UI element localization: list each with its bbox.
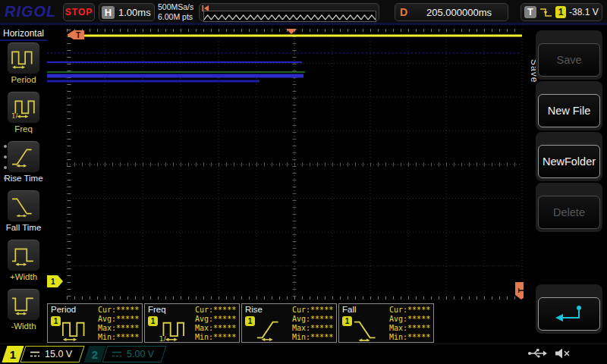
measure-item-freq[interactable]: Freq [0,91,47,133]
waveform-position-preview[interactable] [199,3,379,21]
freq-icon [11,97,36,118]
menu-scroll-dots [4,145,7,180]
new-folder-button[interactable]: NewFolder [538,145,600,178]
horizontal-timebase-box[interactable]: H 1.00ms [99,3,155,21]
measurement-box-freq[interactable]: Freq 1 Cur:*****Avg:*****Max:*****Min:**… [144,303,240,343]
horizontal-badge: H [102,6,115,19]
trigger-source-badge: 1 [555,6,566,18]
trigger-badge: T [524,6,536,18]
measurement-results-strip: Period 1 Cur:*****Avg:*****Max:*****Min:… [47,303,434,343]
measure-item-fall-time[interactable]: Fall Time [0,190,47,232]
menu-slot: Save [536,30,602,80]
plus-width-icon [11,245,36,266]
ch1-ground-marker[interactable]: 1 [47,275,63,287]
menu-slot-empty [536,234,602,283]
save-menu-panel: Save Save New File NewFolder Delete [524,25,607,344]
menu-slot: New File [536,81,602,130]
measurement-box-rise[interactable]: Rise 1 Cur:*****Avg:*****Max:*****Min:**… [241,303,337,343]
return-arrow-icon [554,304,584,324]
measure-item-minus-width[interactable]: -Width [0,288,47,331]
rise-time-icon [253,318,285,341]
trigger-info-box[interactable]: T 1 -38.1 V [521,3,602,21]
memory-depth: 6.00M pts [158,12,193,22]
oscilloscope-screen: RIGOL STOP H 1.00ms 500MSa/s 6.00M pts [0,0,607,364]
usb-icon[interactable] [527,348,547,359]
measurement-box-period[interactable]: Period 1 Cur:*****Avg:*****Max:*****Min:… [47,303,143,343]
measure-item-rise-time[interactable]: Rise Time [0,140,47,183]
rigol-logo: RIGOL [5,3,56,20]
measure-item-plus-width[interactable]: +Width [0,239,47,281]
trigger-level-marker[interactable]: T [515,282,524,300]
horizontal-delay-box[interactable]: D 205.000000ms [395,3,508,21]
svg-text:T: T [76,31,80,39]
speaker-muted-icon[interactable] [555,348,571,359]
dc-coupling-icon [30,350,40,358]
run-state-indicator[interactable]: STOP [63,3,95,21]
rise-time-icon [11,146,36,168]
svg-text:T: T [517,288,524,293]
trigger-time-marker[interactable]: T [67,30,84,39]
trigger-falling-edge-icon [539,7,552,18]
delete-button[interactable]: Delete [538,196,600,229]
period-icon [11,48,36,69]
channel-1-tab[interactable]: 1 15.0 V [2,346,84,362]
measure-item-period[interactable]: Period [0,42,47,84]
trigger-level-value: -38.1 V [569,7,599,17]
save-button[interactable]: Save [538,43,600,77]
waveform-display: T T 1 [47,27,524,302]
menu-slot: Delete [536,183,602,232]
svg-text:1: 1 [51,278,55,286]
minus-width-icon [11,294,36,315]
preview-waveform [203,11,376,22]
sample-rate: 500MSa/s [158,2,193,12]
ghost-line [0,39,47,41]
acquisition-info: 500MSa/s 6.00M pts [158,2,193,22]
new-file-button[interactable]: New File [538,94,600,127]
fall-time-icon [351,318,382,341]
run-state-label: STOP [65,7,93,17]
measure-menu-title: Horizontal [0,25,47,39]
freq-icon [156,318,188,341]
measurement-box-fall[interactable]: Fall 1 Cur:*****Avg:*****Max:*****Min:**… [338,303,434,343]
fall-time-icon [11,196,36,217]
top-status-bar: RIGOL STOP H 1.00ms 500MSa/s 6.00M pts [0,0,607,25]
timebase-value: 1.00ms [118,7,151,18]
delay-value: 205.000000ms [415,7,503,18]
channel-1-scale: 15.0 V [45,349,72,359]
menu-slot: NewFolder [536,132,602,181]
measure-menu: Horizontal Period Freq Rise Time Fall Ti… [0,25,47,344]
delay-label: D [400,6,407,18]
channel-status-bar: 1 15.0 V 2 5.00 V [0,344,607,364]
channel-2-scale: 5.00 V [127,349,154,359]
menu-slot [536,284,602,334]
return-button[interactable] [538,297,600,331]
period-icon [59,318,91,341]
channel-2-tab[interactable]: 2 5.00 V [83,346,166,362]
dc-coupling-icon [112,350,122,358]
